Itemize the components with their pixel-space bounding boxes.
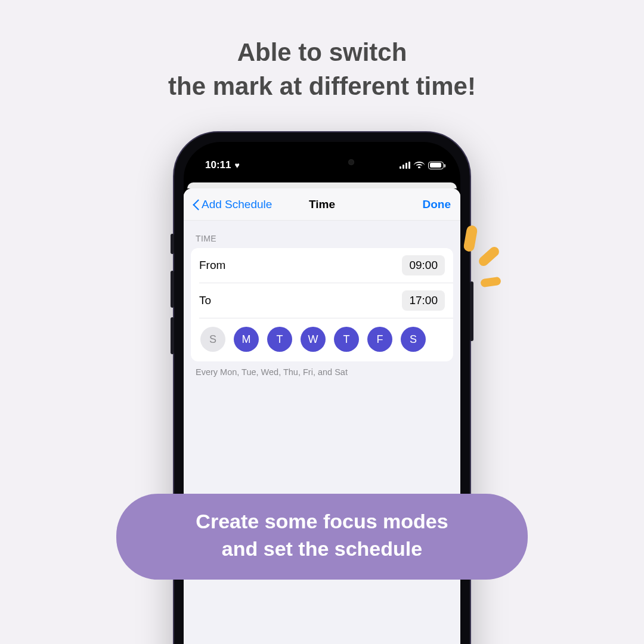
done-button[interactable]: Done [423, 198, 451, 211]
weekday-toggle[interactable]: S [401, 327, 426, 352]
cellular-signal-icon [400, 162, 410, 169]
weekday-toggle[interactable]: W [301, 327, 326, 352]
status-time: 10:11 [205, 159, 231, 171]
chevron-left-icon [193, 199, 200, 210]
to-row[interactable]: To 17:00 [191, 283, 453, 318]
promo-headline: Able to switch the mark at different tim… [0, 0, 644, 103]
nav-bar: Add Schedule Time Done [184, 188, 460, 221]
to-label: To [199, 294, 211, 307]
heart-icon: ♥ [234, 161, 239, 169]
weekday-toggle[interactable]: S [200, 327, 225, 352]
sheet-backdrop [187, 182, 457, 188]
from-time-value[interactable]: 09:00 [402, 255, 445, 275]
promo-caption-pill: Create some focus modes and set the sche… [116, 494, 528, 580]
spark-icon [477, 245, 501, 268]
status-left: 10:11 ♥ [205, 159, 240, 171]
weekday-toggle[interactable]: T [267, 327, 292, 352]
section-header-time: TIME [184, 221, 460, 248]
weekday-toggle[interactable]: T [334, 327, 359, 352]
back-label: Add Schedule [202, 198, 272, 211]
status-right [400, 162, 444, 169]
promo-headline-line2: the mark at different time! [0, 70, 644, 104]
promo-headline-line1: Able to switch [0, 36, 644, 70]
wifi-icon [414, 162, 425, 169]
volume-up-button [171, 271, 174, 308]
weekday-toggle[interactable]: M [234, 327, 259, 352]
promo-caption-line2: and set the schedule [148, 535, 496, 563]
time-card: From 09:00 To 17:00 SMTWTFS [191, 248, 453, 361]
weekday-toggle[interactable]: F [367, 327, 392, 352]
to-time-value[interactable]: 17:00 [402, 290, 445, 311]
schedule-summary: Every Mon, Tue, Wed, Thu, Fri, and Sat [184, 361, 460, 377]
silence-switch [171, 234, 174, 254]
spark-icon [463, 225, 478, 252]
from-row[interactable]: From 09:00 [191, 248, 453, 283]
page-title: Time [309, 198, 335, 211]
weekday-row: SMTWTFS [191, 318, 453, 361]
battery-icon [428, 162, 444, 169]
promo-caption-line1: Create some focus modes [148, 508, 496, 535]
spark-icon [480, 277, 501, 288]
back-button[interactable]: Add Schedule [193, 198, 272, 211]
dynamic-island [284, 151, 360, 173]
accent-sparks [463, 225, 510, 297]
from-label: From [199, 259, 225, 272]
camera-dot-icon [348, 159, 354, 165]
volume-down-button [171, 317, 174, 354]
